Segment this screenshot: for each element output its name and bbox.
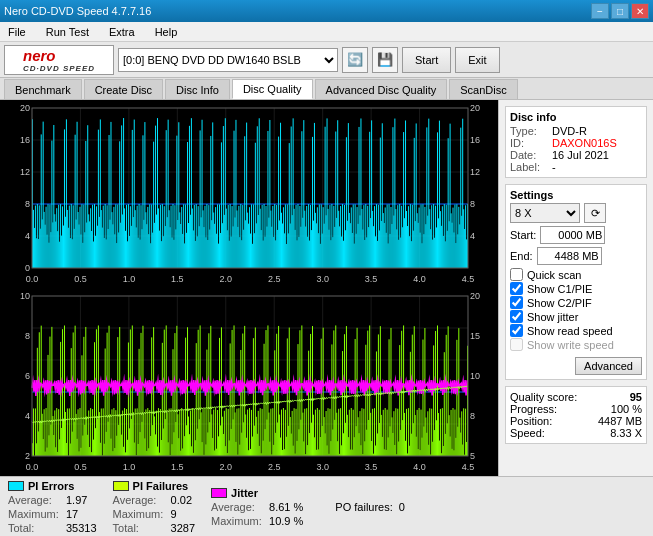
- speed-display-row: Speed: 8.33 X: [510, 427, 642, 439]
- disc-id-row: ID: DAXON016S: [510, 137, 642, 149]
- show-read-speed-checkbox[interactable]: [510, 324, 523, 337]
- progress-row: Progress: 100 %: [510, 403, 642, 415]
- settings-title: Settings: [510, 189, 642, 201]
- logo: nero CD·DVD SPEED: [4, 45, 114, 75]
- show-write-speed-checkbox: [510, 338, 523, 351]
- tab-scandisc[interactable]: ScanDisc: [449, 79, 517, 99]
- minimize-button[interactable]: −: [591, 3, 609, 19]
- pi-failures-total-label: Total:: [113, 522, 165, 534]
- disc-info-section: Disc info Type: DVD-R ID: DAXON016S Date…: [505, 106, 647, 178]
- disc-info-title: Disc info: [510, 111, 642, 123]
- pi-errors-total-value: 35313: [66, 522, 97, 534]
- bottom-chart: [0, 288, 498, 476]
- content-row: Disc info Type: DVD-R ID: DAXON016S Date…: [0, 100, 653, 476]
- pi-failures-max-row: Maximum: 9: [113, 508, 195, 520]
- tab-disc-info[interactable]: Disc Info: [165, 79, 230, 99]
- show-write-speed-row: Show write speed: [510, 338, 642, 351]
- disc-id-value: DAXON016S: [552, 137, 617, 149]
- pi-errors-avg-label: Average:: [8, 494, 60, 506]
- po-failures-value: 0: [399, 501, 405, 513]
- disc-label-value: -: [552, 161, 556, 173]
- disc-label-label: Label:: [510, 161, 548, 173]
- pi-failures-color: [113, 481, 129, 491]
- show-write-speed-label: Show write speed: [527, 339, 614, 351]
- menu-extra[interactable]: Extra: [105, 24, 139, 40]
- pi-errors-total-row: Total: 35313: [8, 522, 97, 534]
- jitter-avg-row: Average: 8.61 %: [211, 501, 303, 513]
- po-failures-label: PO failures:: [335, 501, 392, 513]
- quick-scan-checkbox[interactable]: [510, 268, 523, 281]
- disc-type-row: Type: DVD-R: [510, 125, 642, 137]
- position-value: 4487 MB: [598, 415, 642, 427]
- quality-score-label: Quality score:: [510, 391, 577, 403]
- show-c2-checkbox[interactable]: [510, 296, 523, 309]
- close-button[interactable]: ✕: [631, 3, 649, 19]
- show-c1-checkbox[interactable]: [510, 282, 523, 295]
- disc-date-row: Date: 16 Jul 2021: [510, 149, 642, 161]
- quality-score-row: Quality score: 95: [510, 391, 642, 403]
- titlebar-controls: − □ ✕: [591, 3, 649, 19]
- menu-file[interactable]: File: [4, 24, 30, 40]
- start-input[interactable]: [540, 226, 605, 244]
- show-c1-label: Show C1/PIE: [527, 283, 592, 295]
- pi-failures-max-label: Maximum:: [113, 508, 165, 520]
- right-panel: Disc info Type: DVD-R ID: DAXON016S Date…: [498, 100, 653, 476]
- pi-errors-max-label: Maximum:: [8, 508, 60, 520]
- start-row: Start:: [510, 226, 642, 244]
- menubar: File Run Test Extra Help: [0, 22, 653, 42]
- show-jitter-checkbox[interactable]: [510, 310, 523, 323]
- jitter-label: Jitter: [231, 487, 258, 499]
- settings-refresh-btn[interactable]: ⟳: [584, 203, 606, 223]
- quick-scan-label: Quick scan: [527, 269, 581, 281]
- menu-runtest[interactable]: Run Test: [42, 24, 93, 40]
- refresh-button[interactable]: 🔄: [342, 47, 368, 73]
- disc-date-label: Date:: [510, 149, 548, 161]
- end-input[interactable]: [537, 247, 602, 265]
- disc-label-row: Label: -: [510, 161, 642, 173]
- show-read-speed-row: Show read speed: [510, 324, 642, 337]
- stats-area: PI Errors Average: 1.97 Maximum: 17 Tota…: [0, 476, 653, 536]
- jitter-avg-value: 8.61 %: [269, 501, 303, 513]
- pi-failures-total-value: 3287: [171, 522, 195, 534]
- tab-disc-quality[interactable]: Disc Quality: [232, 79, 313, 99]
- titlebar: Nero CD-DVD Speed 4.7.7.16 − □ ✕: [0, 0, 653, 22]
- settings-section: Settings 8 X Max 2 X 4 X ⟳ Start: End:: [505, 184, 647, 380]
- disc-type-value: DVD-R: [552, 125, 587, 137]
- device-selector[interactable]: [0:0] BENQ DVD DD DW1640 BSLB: [118, 48, 338, 72]
- menu-help[interactable]: Help: [151, 24, 182, 40]
- exit-button[interactable]: Exit: [455, 47, 499, 73]
- pi-failures-group: PI Failures Average: 0.02 Maximum: 9 Tot…: [113, 480, 195, 534]
- progress-label: Progress:: [510, 403, 557, 415]
- logo-sub: CD·DVD SPEED: [23, 64, 95, 73]
- jitter-max-value: 10.9 %: [269, 515, 303, 527]
- advanced-button[interactable]: Advanced: [575, 357, 642, 375]
- start-button[interactable]: Start: [402, 47, 451, 73]
- show-read-speed-label: Show read speed: [527, 325, 613, 337]
- titlebar-title: Nero CD-DVD Speed 4.7.7.16: [4, 5, 151, 17]
- speed-selector[interactable]: 8 X Max 2 X 4 X: [510, 203, 580, 223]
- jitter-group: Jitter Average: 8.61 % Maximum: 10.9 %: [211, 487, 303, 527]
- tab-advanced-disc-quality[interactable]: Advanced Disc Quality: [315, 79, 448, 99]
- pi-errors-avg-value: 1.97: [66, 494, 87, 506]
- show-jitter-label: Show jitter: [527, 311, 578, 323]
- tabs-bar: Benchmark Create Disc Disc Info Disc Qua…: [0, 78, 653, 100]
- jitter-max-label: Maximum:: [211, 515, 263, 527]
- save-button[interactable]: 💾: [372, 47, 398, 73]
- quick-scan-row: Quick scan: [510, 268, 642, 281]
- disc-date-value: 16 Jul 2021: [552, 149, 609, 161]
- pi-errors-max-row: Maximum: 17: [8, 508, 97, 520]
- quality-section: Quality score: 95 Progress: 100 % Positi…: [505, 386, 647, 444]
- progress-value: 100 %: [611, 403, 642, 415]
- pi-failures-avg-value: 0.02: [171, 494, 192, 506]
- pi-errors-label: PI Errors: [28, 480, 74, 492]
- position-label: Position:: [510, 415, 552, 427]
- tab-create-disc[interactable]: Create Disc: [84, 79, 163, 99]
- end-row: End:: [510, 247, 642, 265]
- charts-wrapper: [0, 100, 498, 476]
- pi-failures-avg-label: Average:: [113, 494, 165, 506]
- tab-benchmark[interactable]: Benchmark: [4, 79, 82, 99]
- po-failures-group: PO failures: 0: [335, 501, 405, 513]
- jitter-max-row: Maximum: 10.9 %: [211, 515, 303, 527]
- maximize-button[interactable]: □: [611, 3, 629, 19]
- pi-failures-max-value: 9: [171, 508, 177, 520]
